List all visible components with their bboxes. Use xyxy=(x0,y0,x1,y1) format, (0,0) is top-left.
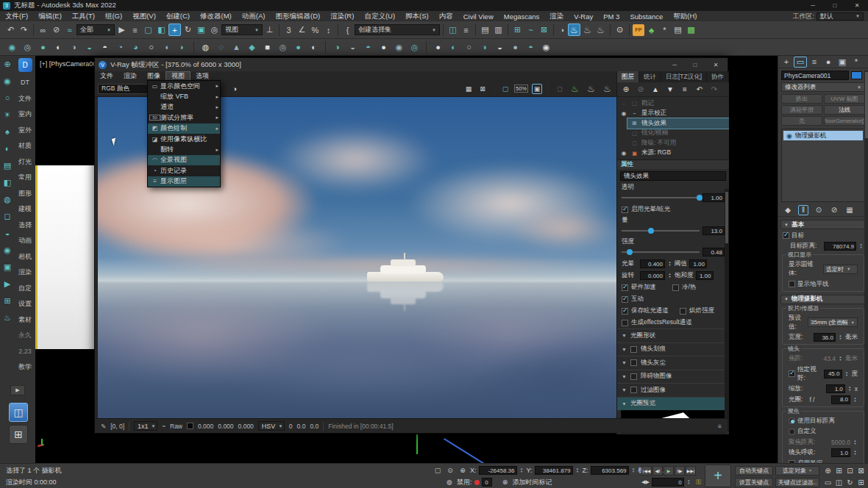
weight-slider[interactable] xyxy=(622,230,700,232)
layer-display-correction[interactable]: ◉ ~ 显示校正 xyxy=(617,109,729,119)
pivot-center-icon[interactable]: ⊥ xyxy=(263,24,276,36)
menu-item-show-layers[interactable]: ≡ 显示图层 xyxy=(148,176,220,187)
make-unique-icon[interactable]: ⊙ xyxy=(814,205,824,215)
select-and-link-icon[interactable]: ∞ xyxy=(37,24,49,36)
extras-tool-icon[interactable]: ▲ xyxy=(230,41,243,54)
target-checkbox[interactable] xyxy=(783,232,789,239)
selected-object-dropdown[interactable]: 选定对象▼ xyxy=(775,466,819,476)
command-panel-scrollbar[interactable] xyxy=(864,71,868,463)
menu-help[interactable]: 帮助(H) xyxy=(668,12,702,21)
filter-image-checkbox[interactable] xyxy=(630,387,637,393)
grid-viewer-icon[interactable]: ▩ xyxy=(685,24,697,36)
rail-item-dt[interactable]: DT xyxy=(21,75,29,91)
render-iterative-icon[interactable]: ♨ xyxy=(581,24,594,36)
extras-tool-icon[interactable]: ◔ xyxy=(114,41,127,54)
aperture-field[interactable]: 8.0 xyxy=(831,395,850,404)
rail-item-camera[interactable]: 相机 xyxy=(18,249,32,265)
close-icon[interactable]: ✕ xyxy=(705,59,726,71)
extras-tool-icon[interactable]: ◗ xyxy=(176,41,188,54)
extras-tool-icon[interactable]: ○ xyxy=(463,41,475,54)
zoom-extents-all-icon[interactable]: ⊠ xyxy=(855,465,867,476)
visibility-icon[interactable]: ◉ xyxy=(620,150,627,157)
extras-tool-icon[interactable]: ◓ xyxy=(99,41,111,54)
extras-tool-icon[interactable]: ◎ xyxy=(277,41,289,54)
zoom-extents-icon[interactable]: ⊡ xyxy=(844,465,855,476)
forestpack-icon[interactable]: FP xyxy=(633,24,644,36)
menu-animation[interactable]: 动画(A) xyxy=(237,12,271,21)
lightbulb-icon[interactable]: ○ xyxy=(2,93,13,103)
select-and-rotate-icon[interactable]: ↻ xyxy=(182,24,194,36)
select-and-scale-icon[interactable]: ▣ xyxy=(195,24,207,36)
extras-tool-icon[interactable]: ● xyxy=(509,41,522,54)
spinner-icon[interactable] xyxy=(686,478,691,487)
bind-to-spacewarp-icon[interactable]: ≈ xyxy=(63,24,76,36)
menu-edit[interactable]: 编辑(E) xyxy=(33,12,67,21)
visibility-icon[interactable]: ◉ xyxy=(620,110,627,117)
render-last-icon[interactable]: ♨ xyxy=(601,82,613,95)
window-crossing-icon[interactable]: ◧ xyxy=(155,24,168,36)
spinner-snap-icon[interactable]: ↕ xyxy=(322,24,335,36)
rail-item-material[interactable]: 材质 xyxy=(18,138,32,154)
bloom-glare-checkbox[interactable] xyxy=(622,207,628,213)
extras-tool-icon[interactable]: ◎ xyxy=(408,41,421,54)
extras-tool-icon[interactable]: ◓ xyxy=(524,41,537,54)
layer-explorer-icon[interactable]: ▤ xyxy=(479,24,491,36)
extras-tool-icon[interactable]: ○ xyxy=(145,41,157,54)
layer-lens-effects[interactable]: ⊞ 镜头效果 xyxy=(627,118,729,129)
go-to-end-icon[interactable]: ▶▶| xyxy=(686,466,696,476)
show-frame-icon[interactable]: ▣ xyxy=(532,84,542,94)
rail-item-exterior[interactable]: 室外 xyxy=(18,123,32,139)
width-field[interactable]: 36.0 xyxy=(814,333,836,342)
spinner-icon[interactable] xyxy=(838,334,843,342)
minimize-icon[interactable]: ─ xyxy=(664,59,685,71)
cold-hot-checkbox[interactable] xyxy=(672,284,679,291)
y-coordinate-field[interactable]: 38461.879 xyxy=(535,466,573,475)
rail-item-custom[interactable]: 自定 xyxy=(18,281,32,297)
weight-value[interactable]: 13.0 xyxy=(702,226,725,235)
shell-button[interactable]: 壳 xyxy=(781,116,822,126)
save-layers-icon[interactable]: ▼ xyxy=(665,85,675,95)
previous-frame-icon[interactable]: ◀‖ xyxy=(652,466,663,476)
spinner-icon[interactable] xyxy=(575,467,580,475)
rollout-physical-camera[interactable]: ▼ 物理摄影机 xyxy=(780,295,866,304)
layout-four-pane-button[interactable]: ⊞ xyxy=(9,425,28,444)
menu-views[interactable]: 视图(V) xyxy=(127,12,161,21)
extras-tool-icon[interactable]: ◒ xyxy=(494,41,506,54)
zoom-icon[interactable]: ⊕ xyxy=(822,465,833,476)
select-object-icon[interactable]: ▶ xyxy=(115,24,128,36)
tab-collab[interactable]: 协作 xyxy=(707,71,729,82)
menu-megascans[interactable]: Megascans xyxy=(499,12,545,21)
save-image-icon[interactable]: ▦ xyxy=(463,84,474,94)
orbit-icon[interactable]: ↻ xyxy=(844,477,855,487)
utilities-tab-icon[interactable]: * xyxy=(850,57,863,68)
show-end-result-icon[interactable]: ‖ xyxy=(798,205,808,215)
menu-item-channels[interactable]: 通道▸ xyxy=(148,102,220,112)
extras-tool-icon[interactable]: ◉ xyxy=(540,41,552,54)
teapot-icon[interactable]: ♨ xyxy=(2,312,13,323)
rail-item-settings[interactable]: 设置 xyxy=(18,296,32,312)
camera-add-icon[interactable]: ⊕ xyxy=(2,59,13,69)
extras-tool-icon[interactable]: ◉ xyxy=(393,41,405,54)
rail-item-animation[interactable]: 动画 xyxy=(18,233,32,249)
edit-named-selections-icon[interactable]: { xyxy=(341,24,354,36)
extras-tool-icon[interactable]: ◑ xyxy=(478,41,491,54)
maximize-viewport-icon[interactable]: ⊞ xyxy=(855,477,867,487)
rail-item-modeling[interactable]: 建模 xyxy=(18,201,32,218)
set-key-button[interactable]: 设置关键点 xyxy=(735,478,773,487)
next-frame-icon[interactable]: ‖▶ xyxy=(675,466,685,476)
spinner-icon[interactable] xyxy=(519,467,524,475)
rail-item-common[interactable]: 常用 xyxy=(18,170,32,186)
tree-icon[interactable]: ♠ xyxy=(2,126,13,137)
extras-tool-icon[interactable]: ◐ xyxy=(447,41,460,54)
ring-icon[interactable]: ◍ xyxy=(2,194,13,204)
normal-button[interactable]: 法线 xyxy=(824,105,865,115)
rail-item-select[interactable]: 选择 xyxy=(18,218,32,234)
panel-icon[interactable]: ◧ xyxy=(2,177,13,187)
render-production-icon[interactable]: ♨ xyxy=(568,24,580,36)
tab-stats[interactable]: 统计 xyxy=(639,71,661,82)
fov-field[interactable]: 45.0 xyxy=(824,370,842,378)
sphere-icon[interactable]: ◒ xyxy=(2,228,13,238)
extrude-button[interactable]: 挤出 xyxy=(781,94,822,104)
workspace-dropdown[interactable]: 默认▼ xyxy=(817,12,864,21)
monitor-icon[interactable]: ▣ xyxy=(2,262,13,272)
